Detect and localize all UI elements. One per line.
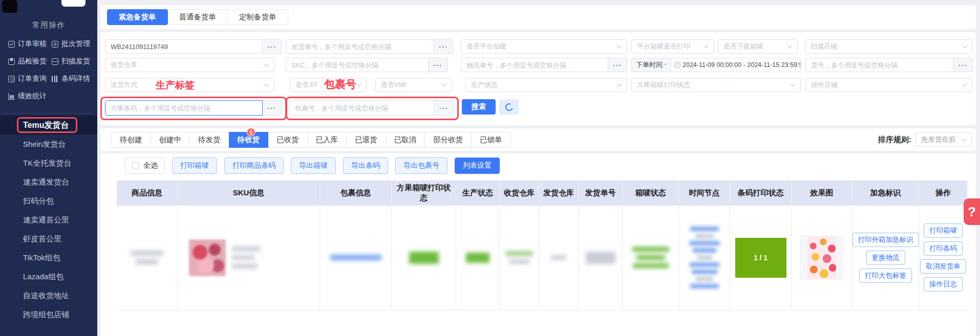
more-dots-button[interactable]: ··· (608, 58, 627, 72)
owner-shop-select[interactable]: 归属店铺 (805, 39, 973, 54)
quick-link-qc-inspect[interactable]: 品检验货 (8, 57, 51, 66)
row-print-barcode-button[interactable]: 打印条码 (924, 241, 963, 256)
quick-link-performance-stats[interactable]: 绩效统计 (8, 92, 51, 101)
status-tab-returned[interactable]: 已退货 (346, 132, 386, 148)
quick-link-order-query[interactable]: 订单查询 (8, 74, 51, 83)
row-cancel-ship-order-button[interactable]: 取消发货单 (920, 259, 966, 274)
jit-select[interactable]: 是否JIT (290, 78, 367, 92)
sidebar-item-shein-console[interactable]: Shein发货台 (0, 135, 97, 153)
quick-link-order-review[interactable]: 订单审核 (8, 39, 51, 49)
sidebar-item-aliexpress-firstmile[interactable]: 速卖通首公里 (0, 210, 97, 229)
operate-shop-field: 操作店铺 (805, 78, 973, 92)
quick-link-barcode-detail[interactable]: 条码详情 (52, 74, 94, 83)
tab-custom-stock-order[interactable]: 定制备货单 (227, 9, 288, 25)
more-dots-button[interactable]: ··· (263, 39, 282, 54)
ship-no-input[interactable] (286, 39, 434, 54)
more-dots-button[interactable]: ··· (263, 100, 282, 116)
production-status-select[interactable]: 生产状态 (465, 78, 627, 92)
package-no-input[interactable] (289, 100, 435, 116)
more-dots-button[interactable]: ··· (435, 100, 454, 116)
order-search-icon (8, 76, 15, 82)
more-dots-button[interactable]: ··· (434, 39, 453, 54)
more-dots-button[interactable]: ··· (954, 58, 973, 72)
sidebar-item-label: 跨境组包店铺 (23, 310, 69, 319)
date-range-input[interactable]: 2024-11-09 00:00:00 - 2024-11-15 23:59:5… (671, 58, 801, 72)
export-barcode-button[interactable]: 导出条码 (343, 158, 388, 174)
select-all-checkbox[interactable] (132, 162, 139, 169)
platform-created-field: 是否平台创建 (461, 39, 627, 54)
status-tab-received[interactable]: 已收货 (268, 132, 308, 148)
square-barcode-input[interactable] (105, 100, 263, 116)
status-tab-locked[interactable]: 已锁单 (471, 132, 511, 148)
status-tab-to-ship[interactable]: 待发货 (189, 132, 229, 148)
skc-input[interactable] (286, 58, 429, 72)
platform-created-select[interactable]: 是否平台创建 (461, 39, 627, 54)
sidebar-item-tk-console[interactable]: TK全托发货台 (0, 153, 97, 172)
menu-collapse-widget[interactable] (2, 0, 17, 13)
status-tabs: 待创建 创建中 待发货 待收货1 已收货 已入库 已退货 已取消 部分收货 已锁… (112, 132, 511, 148)
status-tab-warehoused[interactable]: 已入库 (307, 132, 347, 148)
select-all-control[interactable]: 全选 (125, 158, 165, 174)
stockorder-no-field: ··· (105, 39, 282, 54)
preview-image-thumbnail[interactable] (807, 237, 836, 279)
select-placeholder: 是否下载箱唛 (723, 42, 763, 51)
sidebar-item-lazada-pack[interactable]: Lazada组包 (0, 267, 97, 286)
export-box-mark-button[interactable]: 导出箱唛 (291, 158, 336, 174)
receive-warehouse-select[interactable]: 收货仓库 (105, 58, 274, 72)
download-mark-select[interactable]: 是否下载箱唛 (718, 39, 798, 54)
sidebar-menu: Temu发货台 Shein发货台 TK全托发货台 速卖通发货台 扫码分包 速卖通… (0, 116, 97, 324)
change-logistics-button[interactable]: 更换物流 (866, 251, 905, 265)
sidebar-item-scan-split[interactable]: 扫码分包 (0, 191, 97, 210)
operate-shop-select[interactable]: 操作店铺 (805, 78, 973, 92)
sidebar-item-crossborder-pack-shop[interactable]: 跨境组包店铺 (0, 305, 97, 324)
mark-print-status-select[interactable]: 方果箱唛打印状态 (631, 78, 801, 92)
sidebar-item-aliexpress-console[interactable]: 速卖通发货台 (0, 172, 97, 191)
sort-rule-select[interactable]: 先发货在前 (915, 132, 972, 147)
search-button[interactable]: 搜索 (462, 99, 496, 115)
select-all-label: 全选 (143, 161, 158, 170)
print-outer-box-urgent-mark-button[interactable]: 打印外箱加急标识 (853, 233, 919, 247)
print-product-barcode-button[interactable]: 打印商品条码 (224, 158, 284, 174)
print-box-mark-button[interactable]: 打印箱唛 (172, 158, 217, 174)
more-dots-button[interactable]: ··· (429, 58, 448, 72)
status-tab-label: 待收货 (238, 135, 260, 145)
tab-label: 紧急备货单 (119, 12, 156, 22)
row-operation-log-button[interactable]: 操作日志 (924, 277, 963, 292)
export-package-no-button[interactable]: 导出包裹号 (395, 158, 448, 174)
quick-link-batch-manage[interactable]: 批次管理 (52, 39, 94, 49)
status-tab-label: 待发货 (198, 135, 221, 145)
top-notch-decoration (61, 0, 86, 7)
time-type-select[interactable]: 下单时间 (631, 58, 671, 72)
list-settings-button[interactable]: 列表设置 (455, 158, 500, 174)
vmi-select[interactable]: 是否VMI (375, 78, 452, 92)
delivery-method-select[interactable]: 送货方式 (105, 78, 274, 92)
blurred-line (697, 255, 712, 260)
row-print-box-mark-button[interactable]: 打印箱唛 (924, 223, 963, 238)
stockorder-no-input[interactable] (105, 39, 263, 54)
tab-urgent-stock-order[interactable]: 紧急备货单 (107, 9, 168, 25)
cell-production-status (456, 206, 500, 310)
quick-links-grid: 订单审核 批次管理 品检验货 扫描发货 订单查询 条码详情 绩效统计 (0, 30, 97, 101)
status-tab-to-receive[interactable]: 待收货1 (229, 132, 269, 148)
status-tab-label: 已入库 (316, 135, 338, 145)
blurred-line (696, 277, 713, 281)
tab-normal-stock-order[interactable]: 普通备货单 (167, 9, 228, 25)
status-tab-partial-received[interactable]: 部分收货 (424, 132, 472, 148)
refresh-button[interactable] (499, 99, 519, 115)
item-no-input[interactable] (805, 58, 954, 72)
platform-mark-printed-select[interactable]: 平台箱唛是否打印 (631, 39, 714, 54)
logistics-no-input[interactable] (461, 58, 608, 72)
status-tab-creating[interactable]: 创建中 (151, 132, 190, 148)
sidebar-item-shopee-firstmile[interactable]: 虾皮首公里 (0, 229, 97, 248)
quick-link-scan-ship[interactable]: 扫描发货 (52, 57, 94, 66)
status-tab-label: 待创建 (120, 135, 142, 145)
status-tab-to-create[interactable]: 待创建 (111, 132, 151, 148)
status-tab-cancelled[interactable]: 已取消 (386, 132, 425, 148)
sidebar-item-self-delivery-address[interactable]: 自送收货地址 (0, 286, 97, 305)
blurred-text (636, 255, 665, 260)
print-big-bag-label-button[interactable]: 打印大包标签 (859, 268, 912, 283)
sidebar-item-temu-console[interactable]: Temu发货台 (0, 116, 97, 135)
help-button[interactable]: ? (964, 198, 980, 225)
sidebar-item-tiktok-pack[interactable]: TikTok组包 (0, 248, 97, 267)
col-header-time-node: 时间节点 (679, 181, 730, 206)
